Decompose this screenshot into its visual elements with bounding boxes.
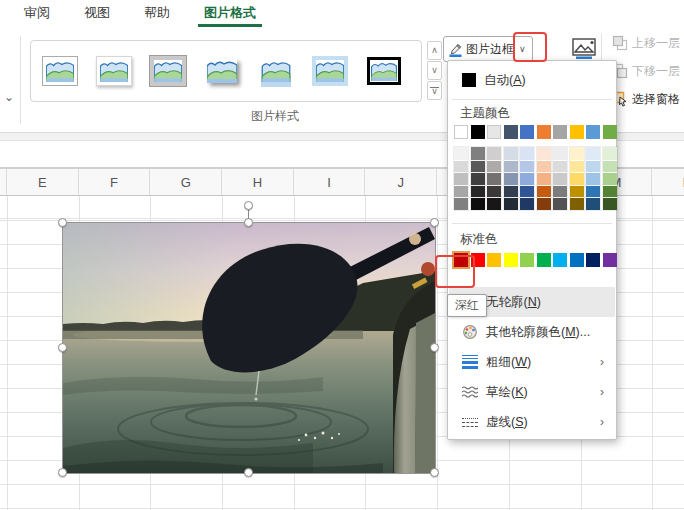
color-swatch[interactable]	[537, 125, 551, 139]
theme-variant-swatch[interactable]	[570, 147, 584, 160]
menu-item-dashes[interactable]: 虚线(S) ›	[448, 407, 616, 437]
color-swatch[interactable]	[553, 253, 567, 267]
theme-variant-swatch[interactable]	[603, 147, 617, 160]
theme-variant-swatch[interactable]	[504, 197, 518, 210]
color-swatch[interactable]	[570, 125, 584, 139]
selection-handle[interactable]	[58, 468, 67, 477]
theme-variant-swatch[interactable]	[471, 147, 485, 160]
theme-variant-swatch[interactable]	[471, 197, 485, 210]
change-picture-button[interactable]	[565, 36, 605, 62]
theme-variant-swatch[interactable]	[553, 172, 567, 185]
color-swatch[interactable]	[454, 253, 468, 267]
theme-variant-swatch[interactable]	[537, 160, 551, 173]
theme-variant-swatch[interactable]	[487, 172, 501, 185]
selection-handle[interactable]	[430, 343, 439, 352]
theme-variant-swatch[interactable]	[454, 185, 468, 198]
color-swatch[interactable]	[603, 125, 617, 139]
theme-variant-swatch[interactable]	[504, 147, 518, 160]
theme-variant-swatch[interactable]	[553, 147, 567, 160]
column-header[interactable]: E	[7, 169, 79, 196]
column-header[interactable]: J	[365, 169, 437, 196]
send-backward-button[interactable]: 下移一层	[612, 60, 680, 82]
picture-style-thumb[interactable]	[41, 53, 79, 89]
theme-variant-swatch[interactable]	[487, 185, 501, 198]
color-swatch[interactable]	[471, 253, 485, 267]
column-header[interactable]: H	[222, 169, 294, 196]
selection-handle[interactable]	[58, 218, 67, 227]
theme-variant-swatch[interactable]	[471, 185, 485, 198]
theme-variant-swatch[interactable]	[603, 185, 617, 198]
color-swatch[interactable]	[586, 253, 600, 267]
selection-pane-button[interactable]: 选择窗格	[612, 88, 680, 110]
column-header[interactable]: G	[150, 169, 222, 196]
tab-review[interactable]: 审阅	[14, 0, 60, 28]
tab-picture-format[interactable]: 图片格式	[194, 0, 266, 28]
theme-variant-swatch[interactable]	[520, 172, 534, 185]
picture-style-thumb[interactable]	[311, 53, 349, 89]
gallery-scroll-up-icon[interactable]: ∧	[427, 41, 442, 60]
collapse-chevron-icon[interactable]: ⌄	[4, 90, 14, 104]
theme-variant-swatch[interactable]	[537, 197, 551, 210]
theme-variant-swatch[interactable]	[586, 160, 600, 173]
color-swatch[interactable]	[570, 253, 584, 267]
color-swatch[interactable]	[454, 125, 468, 139]
rotate-handle[interactable]	[244, 201, 253, 210]
picture-style-thumb[interactable]	[149, 53, 187, 89]
theme-variant-swatch[interactable]	[537, 147, 551, 160]
theme-variant-swatch[interactable]	[471, 160, 485, 173]
theme-variant-swatch[interactable]	[471, 172, 485, 185]
picture-style-thumb[interactable]	[257, 53, 295, 89]
theme-variant-swatch[interactable]	[586, 147, 600, 160]
tab-view[interactable]: 视图	[74, 0, 120, 28]
color-swatch[interactable]	[520, 125, 534, 139]
color-swatch[interactable]	[603, 253, 617, 267]
selected-picture[interactable]	[63, 223, 435, 473]
theme-variant-swatch[interactable]	[570, 160, 584, 173]
color-swatch[interactable]	[537, 253, 551, 267]
picture-style-thumb[interactable]	[365, 53, 403, 89]
theme-variant-swatch[interactable]	[520, 185, 534, 198]
color-swatch[interactable]	[504, 253, 518, 267]
theme-variant-swatch[interactable]	[504, 160, 518, 173]
theme-variant-swatch[interactable]	[537, 185, 551, 198]
column-header[interactable]	[0, 169, 7, 196]
theme-variant-swatch[interactable]	[586, 172, 600, 185]
color-swatch[interactable]	[553, 125, 567, 139]
theme-variant-swatch[interactable]	[520, 197, 534, 210]
theme-variant-swatch[interactable]	[487, 197, 501, 210]
column-header[interactable]: I	[294, 169, 366, 196]
menu-item-automatic[interactable]: 自动(A)	[448, 65, 616, 95]
column-header[interactable]: F	[79, 169, 151, 196]
tab-help[interactable]: 帮助	[134, 0, 180, 28]
theme-variant-swatch[interactable]	[537, 172, 551, 185]
theme-variant-swatch[interactable]	[487, 160, 501, 173]
gallery-scroll-down-icon[interactable]: ∨	[427, 61, 442, 80]
color-swatch[interactable]	[504, 125, 518, 139]
gallery-more-icon[interactable]: ∨	[427, 81, 442, 100]
theme-variant-swatch[interactable]	[520, 160, 534, 173]
menu-item-weight[interactable]: 粗细(W) ›	[448, 347, 616, 377]
color-swatch[interactable]	[471, 125, 485, 139]
picture-style-thumb[interactable]	[203, 53, 241, 89]
bring-forward-button[interactable]: 上移一层	[612, 32, 680, 54]
theme-variant-swatch[interactable]	[454, 172, 468, 185]
theme-variant-swatch[interactable]	[504, 185, 518, 198]
color-swatch[interactable]	[586, 125, 600, 139]
theme-variant-swatch[interactable]	[520, 147, 534, 160]
theme-variant-swatch[interactable]	[553, 185, 567, 198]
theme-variant-swatch[interactable]	[570, 185, 584, 198]
theme-variant-swatch[interactable]	[454, 197, 468, 210]
selection-handle[interactable]	[430, 468, 439, 477]
theme-variant-swatch[interactable]	[553, 160, 567, 173]
chevron-down-icon[interactable]: ∨	[519, 44, 526, 54]
theme-variant-swatch[interactable]	[504, 172, 518, 185]
theme-variant-swatch[interactable]	[553, 197, 567, 210]
theme-variant-swatch[interactable]	[570, 197, 584, 210]
menu-item-sketch[interactable]: 草绘(K) ›	[448, 377, 616, 407]
selection-handle[interactable]	[58, 343, 67, 352]
theme-variant-swatch[interactable]	[586, 185, 600, 198]
picture-border-button[interactable]: 图片边框 ∨	[443, 36, 533, 62]
theme-variant-swatch[interactable]	[487, 147, 501, 160]
selection-handle[interactable]	[244, 468, 253, 477]
theme-variant-swatch[interactable]	[570, 172, 584, 185]
